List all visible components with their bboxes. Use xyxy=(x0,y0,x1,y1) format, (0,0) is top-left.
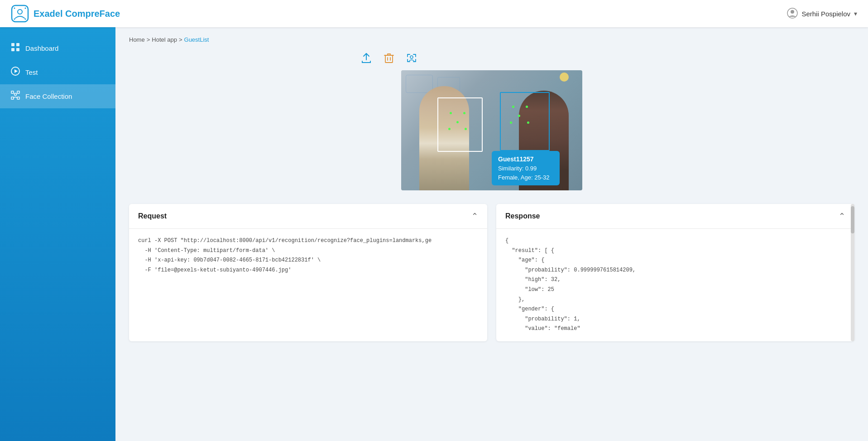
face-box-unrecognized xyxy=(437,97,483,152)
image-toolbar xyxy=(333,52,650,64)
app-header: Exadel CompreFace Serhii Pospielov ▾ xyxy=(0,0,868,27)
landmark-dot xyxy=(456,121,459,123)
breadcrumb: Home > Hotel app > GuestList xyxy=(129,36,854,43)
response-line-5: "high": 32, xyxy=(505,275,845,285)
response-line-6: "low": 25 xyxy=(505,285,845,295)
request-panel-header: Request ⌃ xyxy=(129,204,487,229)
response-scrollbar[interactable] xyxy=(851,204,854,341)
sidebar-item-dashboard[interactable]: Dashboard xyxy=(0,36,115,60)
user-name: Serhii Pospielov xyxy=(801,10,850,18)
response-line-9: "probability": 1, xyxy=(505,315,845,325)
breadcrumb-app[interactable]: Hotel app xyxy=(152,36,177,43)
upload-button[interactable] xyxy=(360,52,372,64)
response-line-8: "gender": { xyxy=(505,305,845,315)
test-icon xyxy=(11,67,20,78)
request-collapse-button[interactable]: ⌃ xyxy=(471,211,478,221)
face-name: Guest11257 xyxy=(498,155,553,164)
logo-icon xyxy=(11,5,29,23)
landmark-dot xyxy=(448,128,451,130)
face-similarity: Similarity: 0.99 xyxy=(498,164,553,173)
request-line-2: -H 'Content-Type: multipart/form-data' \ xyxy=(138,246,478,256)
svg-point-3 xyxy=(25,8,26,9)
response-line-3: "age": { xyxy=(505,256,845,266)
landmark-dot xyxy=(512,106,514,108)
svg-rect-19 xyxy=(385,55,393,63)
svg-point-5 xyxy=(25,19,26,20)
main-layout: Dashboard Test F xyxy=(0,27,868,441)
sidebar-item-test[interactable]: Test xyxy=(0,60,115,84)
dashboard-icon xyxy=(11,43,20,54)
photo-container: Guest11257 Similarity: 0.99 Female, Age:… xyxy=(401,70,582,190)
photo-background: Guest11257 Similarity: 0.99 Female, Age:… xyxy=(401,70,582,190)
response-collapse-button[interactable]: ⌃ xyxy=(839,211,845,221)
svg-point-2 xyxy=(14,8,15,9)
user-menu[interactable]: Serhii Pospielov ▾ xyxy=(787,8,857,20)
response-line-10: "value": "female" xyxy=(505,324,845,334)
svg-rect-16 xyxy=(11,97,14,99)
breadcrumb-sep2: > xyxy=(179,36,182,43)
request-panel: Request ⌃ curl -X POST "http://localhost… xyxy=(129,204,487,341)
request-line-1: curl -X POST "http://localhost:8000/api/… xyxy=(138,236,478,246)
request-line-4: -F 'file=@pexels-ketut-subiyanto-4907446… xyxy=(138,266,478,276)
svg-rect-9 xyxy=(16,43,19,46)
svg-point-1 xyxy=(18,10,22,14)
svg-rect-14 xyxy=(11,91,14,93)
breadcrumb-home[interactable]: Home xyxy=(129,36,145,43)
request-panel-body: curl -X POST "http://localhost:8000/api/… xyxy=(129,229,487,282)
landmark-dot xyxy=(450,112,452,114)
svg-rect-8 xyxy=(11,43,14,46)
svg-marker-13 xyxy=(14,69,18,73)
sidebar: Dashboard Test F xyxy=(0,27,115,441)
response-panel-body: { "result": [ { "age": { "probability": … xyxy=(496,229,854,341)
landmark-dot xyxy=(465,128,467,130)
bottom-panels: Request ⌃ curl -X POST "http://localhost… xyxy=(129,204,854,341)
response-line-7: }, xyxy=(505,295,845,305)
face-collection-icon xyxy=(11,91,20,102)
sidebar-face-collection-label: Face Collection xyxy=(25,92,72,100)
user-avatar-icon xyxy=(787,8,798,20)
logo: Exadel CompreFace xyxy=(11,5,120,23)
scan-face-button[interactable] xyxy=(406,52,417,64)
landmark-dot xyxy=(526,106,528,108)
app-name: Exadel CompreFace xyxy=(34,9,120,19)
svg-point-18 xyxy=(14,93,17,96)
request-panel-title: Request xyxy=(138,212,167,220)
delete-button[interactable] xyxy=(383,52,395,64)
sidebar-dashboard-label: Dashboard xyxy=(25,44,58,52)
response-line-2: "result": [ { xyxy=(505,246,845,256)
landmark-dot xyxy=(527,121,529,124)
response-panel-title: Response xyxy=(505,212,540,220)
breadcrumb-current[interactable]: GuestList xyxy=(184,36,209,43)
request-line-3: -H 'x-api-key: 09b7d047-0082-4665-8171-b… xyxy=(138,256,478,266)
landmark-dot xyxy=(463,112,465,114)
svg-rect-11 xyxy=(16,48,19,51)
landmark-dot xyxy=(510,121,512,124)
main-content: Home > Hotel app > GuestList xyxy=(115,27,868,441)
sidebar-test-label: Test xyxy=(25,68,38,76)
sidebar-item-face-collection[interactable]: Face Collection xyxy=(0,84,115,108)
face-box-recognized xyxy=(500,92,550,151)
response-line-4: "probability": 0.9999997615814209, xyxy=(505,266,845,276)
face-demographics: Female, Age: 25-32 xyxy=(498,173,553,182)
breadcrumb-sep1: > xyxy=(147,36,150,43)
user-dropdown-icon[interactable]: ▾ xyxy=(854,10,857,17)
landmark-dot xyxy=(518,115,520,117)
image-section: Guest11257 Similarity: 0.99 Female, Age:… xyxy=(129,52,854,190)
svg-rect-10 xyxy=(11,48,14,51)
svg-point-7 xyxy=(791,10,794,14)
svg-point-4 xyxy=(14,19,15,20)
response-line-1: { xyxy=(505,236,845,246)
svg-point-20 xyxy=(410,56,413,58)
svg-rect-17 xyxy=(17,97,19,99)
response-panel: Response ⌃ { "result": [ { "age": { "pro… xyxy=(496,204,854,341)
face-recognition-label: Guest11257 Similarity: 0.99 Female, Age:… xyxy=(492,151,560,185)
scrollbar-thumb[interactable] xyxy=(851,206,854,233)
response-panel-header: Response ⌃ xyxy=(496,204,854,229)
svg-rect-15 xyxy=(17,91,19,93)
